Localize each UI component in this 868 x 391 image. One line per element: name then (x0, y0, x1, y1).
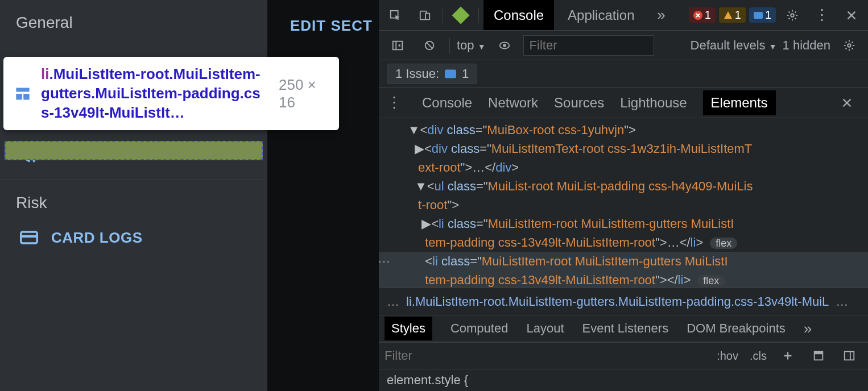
inspected-element-highlight (5, 141, 263, 160)
svg-rect-19 (445, 69, 456, 78)
svg-rect-12 (754, 12, 763, 19)
issues-pill[interactable]: 1 Issue: 1 (387, 64, 477, 84)
dom-line[interactable]: ▼<div class="MuiBox-root css-1yuhvjn"> (379, 120, 868, 139)
drawer-tab-network[interactable]: Network (488, 95, 538, 111)
warning-badge[interactable]: 1 (719, 7, 746, 23)
styles-tabs: Styles Computed Layout Event Listeners D… (379, 315, 868, 342)
dom-line[interactable]: ▶<div class="MuiListItemText-root css-1w… (379, 139, 868, 158)
computed-sidebar-icon[interactable] (805, 343, 832, 369)
layout-icon (15, 86, 31, 102)
styles-tab-layout[interactable]: Layout (526, 321, 564, 336)
nav-item-card-logs[interactable]: CARD LOGS (0, 218, 267, 257)
styles-tab-event-listeners[interactable]: Event Listeners (582, 321, 669, 336)
execution-context[interactable]: top ▼ (457, 38, 486, 53)
dom-line-selected[interactable]: ⋯ <li class="MuiListItem-root MuiListIte… (379, 252, 868, 271)
dom-line[interactable]: ▼<ul class="MuiList-root MuiList-padding… (379, 177, 868, 196)
svg-point-17 (503, 44, 506, 47)
inspect-element-icon[interactable] (382, 2, 408, 28)
error-badge[interactable]: 1 (689, 7, 716, 23)
styles-tab-dom-breakpoints[interactable]: DOM Breakpoints (687, 321, 786, 336)
svg-rect-0 (16, 88, 29, 91)
console-toolbar: top ▼ Default levels ▼ 1 hidden (379, 31, 868, 60)
vue-icon[interactable] (448, 2, 474, 28)
svg-rect-1 (16, 94, 22, 100)
console-settings-icon[interactable] (836, 32, 862, 59)
section-general: General (0, 0, 267, 38)
app-sidebar: General li.MuiListItem-root.MuiListItem-… (0, 0, 267, 391)
svg-rect-7 (21, 235, 37, 238)
new-style-rule-icon[interactable] (775, 343, 801, 369)
dom-line-selected[interactable]: tem-padding css-13v49lt-MuiListItem-root… (379, 271, 868, 288)
issue-chip-icon (445, 69, 456, 78)
svg-rect-2 (23, 94, 29, 100)
styles-tab-styles[interactable]: Styles (385, 317, 432, 340)
eye-icon[interactable] (491, 32, 518, 59)
drawer-menu-icon[interactable]: ⋮ (387, 94, 402, 111)
devtools-main-toolbar: Console Application » 1 1 1 ⋮ (379, 0, 868, 31)
svg-rect-14 (393, 41, 403, 49)
issue-badge[interactable]: 1 (749, 7, 776, 23)
svg-point-18 (848, 44, 851, 47)
svg-point-13 (791, 14, 794, 17)
drawer-tab-lighthouse[interactable]: Lighthouse (620, 95, 687, 111)
tab-console[interactable]: Console (483, 0, 554, 30)
devtools-drawer-tabs: ⋮ Console Network Sources Lighthouse Ele… (379, 88, 868, 118)
more-tabs-icon[interactable]: » (648, 2, 674, 28)
hov-toggle[interactable]: :hov (713, 350, 742, 363)
dom-line[interactable]: ▶<li class="MuiListItem-root MuiListItem… (379, 214, 868, 233)
dom-line[interactable]: ext-root">…</div> (379, 158, 868, 177)
dom-line[interactable]: tem-padding css-13v49lt-MuiListItem-root… (379, 233, 868, 252)
tooltip-dimensions: 250 × 16 (279, 76, 328, 111)
console-sidebar-toggle-icon[interactable] (385, 32, 411, 59)
styles-tab-computed[interactable]: Computed (450, 321, 509, 336)
device-toggle-icon[interactable] (412, 2, 438, 28)
devtools-panel: Console Application » 1 1 1 ⋮ top ▼ Defa… (379, 0, 868, 391)
issues-bar: 1 Issue: 1 (379, 60, 868, 88)
hidden-messages[interactable]: 1 hidden (783, 38, 830, 53)
breadcrumb-path[interactable]: li.MuiListItem-root.MuiListItem-gutters.… (406, 294, 829, 309)
drawer-tab-sources[interactable]: Sources (554, 95, 604, 111)
credit-card-icon (19, 228, 39, 247)
svg-rect-22 (845, 352, 854, 360)
dom-tree[interactable]: ▼<div class="MuiBox-root css-1yuhvjn"> ▶… (379, 118, 868, 288)
svg-rect-21 (815, 352, 823, 355)
drawer-tab-console[interactable]: Console (422, 95, 472, 111)
section-risk: Risk (0, 180, 267, 218)
tab-application[interactable]: Application (557, 0, 644, 30)
svg-rect-10 (425, 13, 429, 19)
close-drawer-icon[interactable] (834, 90, 860, 116)
clear-console-icon[interactable] (416, 32, 443, 59)
settings-icon[interactable] (779, 2, 805, 28)
console-filter-input[interactable] (523, 35, 654, 56)
close-devtools-icon[interactable] (838, 2, 865, 28)
more-style-tabs-icon[interactable]: » (804, 320, 812, 338)
drawer-tab-elements[interactable]: Elements (703, 90, 776, 115)
styles-toolbar: :hov .cls (379, 342, 868, 369)
flex-badge[interactable]: flex (697, 275, 725, 286)
tooltip-selector: li.MuiListItem-root.MuiListItem-gutters.… (41, 65, 268, 122)
flex-badge[interactable]: flex (710, 238, 737, 249)
toggle-pane-icon[interactable] (836, 343, 862, 369)
styles-filter-input[interactable] (385, 346, 709, 365)
kebab-menu-icon[interactable]: ⋮ (809, 2, 835, 28)
nav-label: CARD LOGS (51, 229, 143, 247)
cls-toggle[interactable]: .cls (746, 350, 770, 363)
log-levels-dropdown[interactable]: Default levels ▼ (691, 38, 777, 53)
element-style-block[interactable]: element.style { (379, 369, 868, 391)
element-inspector-tooltip: li.MuiListItem-root.MuiListItem-gutters.… (3, 57, 339, 130)
page-title: EDIT SECT (290, 17, 373, 35)
dom-breadcrumb[interactable]: … li.MuiListItem-root.MuiListItem-gutter… (379, 288, 868, 315)
dom-line[interactable]: t-root"> (379, 196, 868, 214)
